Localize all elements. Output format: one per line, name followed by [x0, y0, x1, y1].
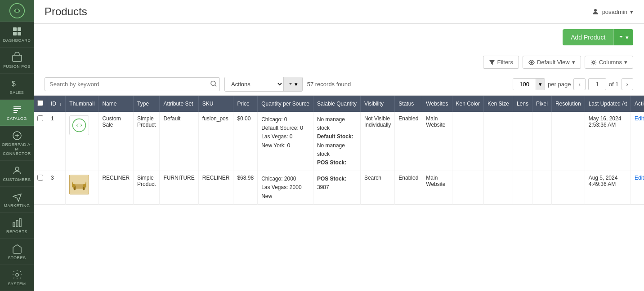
per-page-group: ▾ — [513, 78, 545, 90]
search-actions-bar: Actions Delete Change Status ▾ 57 record… — [34, 73, 644, 96]
svg-point-16 — [592, 61, 595, 63]
svg-rect-6 — [13, 55, 22, 62]
th-price[interactable]: Price — [233, 96, 258, 112]
sidebar-logo — [0, 0, 34, 22]
th-visibility[interactable]: Visibility — [360, 96, 394, 112]
svg-point-15 — [530, 61, 532, 63]
sidebar-item-dashboard[interactable]: DASHBOARD — [0, 22, 34, 48]
svg-point-13 — [16, 273, 18, 276]
row1-ken-size — [483, 112, 513, 171]
search-input[interactable] — [45, 77, 220, 91]
th-ken-size[interactable]: Ken Size — [483, 96, 513, 112]
row2-last-updated: Aug 5, 2024 4:49:36 AM — [585, 171, 631, 205]
user-menu[interactable]: posadmin ▾ — [591, 8, 633, 16]
per-page-label: per page — [548, 81, 571, 88]
columns-dropdown-icon: ▾ — [624, 59, 627, 66]
th-last-updated[interactable]: Last Updated At — [585, 96, 631, 112]
search-icon — [210, 80, 217, 87]
user-icon — [591, 8, 599, 16]
th-sku[interactable]: SKU — [198, 96, 233, 112]
default-view-button[interactable]: Default View ▾ — [523, 56, 581, 69]
row2-price: $68.98 — [233, 171, 258, 205]
sidebar-item-marketing[interactable]: MARKETING — [0, 187, 34, 213]
row2-thumbnail-img — [69, 175, 89, 194]
row1-salable-qty: No manage stock Default Stock: No manage… — [313, 112, 360, 171]
row1-lens — [513, 112, 532, 171]
th-id[interactable]: ID ↓ — [47, 96, 66, 112]
products-table-container: ID ↓ Thumbnail Name Type Attribute Set S… — [34, 96, 644, 291]
sidebar-item-fusion-pos[interactable]: FUSION POS — [0, 48, 34, 74]
filters-button[interactable]: Filters — [483, 56, 519, 69]
add-product-button-group: Add Product ▾ — [563, 29, 633, 45]
add-product-button[interactable]: Add Product — [563, 29, 613, 45]
th-attribute-set[interactable]: Attribute Set — [160, 96, 198, 112]
svg-point-1 — [15, 9, 18, 12]
user-dropdown-icon: ▾ — [630, 9, 633, 15]
table-row: 1 Custom Sale — [34, 112, 644, 171]
sidebar-item-customers[interactable]: CUSTOMERS — [0, 161, 34, 187]
row2-resolution — [551, 171, 585, 205]
sidebar-item-orderpad[interactable]: ORDERPAD A-M CONNECTOR — [0, 126, 34, 161]
sidebar-item-reports[interactable]: REPORTS — [0, 213, 34, 239]
row2-checkbox[interactable] — [37, 175, 43, 181]
th-resolution[interactable]: Resolution — [551, 96, 585, 112]
row2-websites: Main Website — [422, 171, 452, 205]
svg-rect-3 — [18, 27, 21, 31]
actions-group: Actions Delete Change Status ▾ — [224, 77, 303, 92]
sidebar-item-stores[interactable]: STORES — [0, 239, 34, 265]
row2-lens — [513, 171, 532, 205]
per-page-dropdown-button[interactable]: ▾ — [536, 79, 545, 90]
sort-id-icon: ↓ — [59, 101, 62, 106]
row1-attribute-set: Default — [160, 112, 198, 171]
sidebar-item-sales[interactable]: $ SALES — [0, 74, 34, 100]
actions-select[interactable]: Actions Delete Change Status — [225, 77, 283, 91]
per-page-input[interactable] — [513, 79, 536, 90]
svg-point-19 — [77, 123, 81, 127]
add-product-dropdown-button[interactable]: ▾ — [613, 29, 633, 45]
th-websites[interactable]: Websites — [422, 96, 452, 112]
pagination: ▾ per page ‹ of 1 › — [513, 78, 633, 90]
row2-edit-link[interactable]: Edit — [635, 175, 644, 181]
row2-ken-color — [452, 171, 483, 205]
next-page-button[interactable]: › — [622, 78, 633, 90]
th-qty-per-source[interactable]: Quantity per Source — [258, 96, 313, 112]
sidebar-item-stores-label: STORES — [8, 256, 26, 260]
actions-dropdown-button[interactable]: ▾ — [283, 77, 302, 91]
th-ken-color[interactable]: Ken Color — [452, 96, 483, 112]
svg-rect-12 — [19, 219, 21, 227]
search-button[interactable] — [210, 80, 217, 88]
gear-icon — [590, 59, 597, 66]
sidebar-item-system[interactable]: SYSTEM — [0, 265, 34, 291]
th-lens[interactable]: Lens — [513, 96, 532, 112]
row1-status: Enabled — [395, 112, 422, 171]
sidebar-item-catalog[interactable]: CATALOG — [0, 100, 34, 126]
row2-thumbnail — [66, 171, 98, 205]
sidebar-item-dashboard-label: DASHBOARD — [3, 38, 31, 43]
columns-button[interactable]: Columns ▾ — [585, 56, 633, 69]
th-type[interactable]: Type — [134, 96, 160, 112]
sidebar-item-fusion-pos-label: FUSION POS — [3, 64, 31, 69]
prev-page-button[interactable]: ‹ — [573, 78, 585, 90]
row1-actions: Edit — [631, 112, 644, 171]
filter-icon — [489, 59, 495, 66]
th-checkbox — [34, 96, 47, 112]
row2-status: Enabled — [395, 171, 422, 205]
th-salable-qty[interactable]: Salable Quantity — [313, 96, 360, 112]
th-name[interactable]: Name — [98, 96, 134, 112]
row2-pixel — [532, 171, 551, 205]
row1-checkbox[interactable] — [37, 115, 43, 121]
svg-point-17 — [211, 81, 215, 85]
page-number-input[interactable] — [588, 78, 606, 90]
table-row: 3 — [34, 171, 644, 205]
svg-rect-4 — [13, 32, 17, 35]
th-status[interactable]: Status — [395, 96, 422, 112]
row1-thumbnail-img — [69, 115, 89, 135]
th-actions: Actions — [631, 96, 644, 112]
row1-edit-link[interactable]: Edit — [635, 115, 644, 122]
sidebar: DASHBOARD FUSION POS $ SALES CATALOG ORD… — [0, 0, 34, 291]
row2-qty-per-source: Chicago: 2000 Las Vegas: 2000 New — [258, 171, 313, 205]
row1-pixel — [532, 112, 551, 171]
row1-ken-color — [452, 112, 483, 171]
select-all-checkbox[interactable] — [37, 100, 43, 106]
th-pixel[interactable]: Pixel — [532, 96, 551, 112]
